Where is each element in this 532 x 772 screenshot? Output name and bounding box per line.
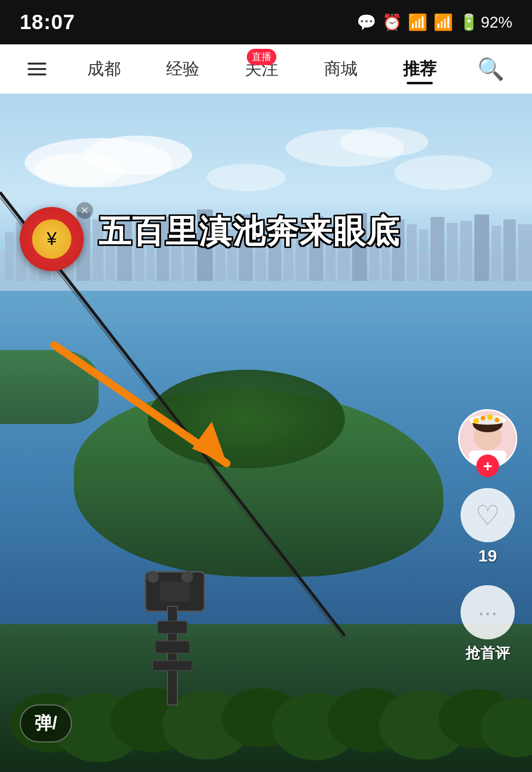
heart-icon: ♡ <box>461 488 515 542</box>
barrage-label: 弹/ <box>34 711 57 736</box>
like-count: 19 <box>478 546 497 565</box>
green-left <box>0 350 99 424</box>
comment-button[interactable]: ··· 抢首评 <box>461 585 515 664</box>
nav-item-recommend[interactable]: 推荐 <box>398 58 441 80</box>
red-packet[interactable]: ¥ <box>20 207 84 271</box>
alarm-icon: ⏰ <box>382 13 402 32</box>
green-trees <box>148 370 345 468</box>
svg-point-76 <box>495 418 499 422</box>
live-badge: 直播 <box>247 49 276 65</box>
signal-icon-2: 📶 <box>433 13 453 32</box>
author-avatar[interactable]: + <box>458 409 517 468</box>
red-packet-icon: ¥ <box>32 219 71 259</box>
signal-icon: 📶 <box>408 13 428 32</box>
search-icon[interactable]: 🔍 <box>477 56 504 82</box>
nav-bar: 成都 经验 直播 关注 商城 推荐 🔍 <box>0 44 532 94</box>
video-title: 五百里滇池奔来眼底 <box>99 212 502 251</box>
video-area: ¥ × 五百里滇池奔来眼底 <box>0 94 532 772</box>
status-bar: 18:07 💬 ⏰ 📶 📶 🔋 92% <box>0 0 532 44</box>
like-button[interactable]: ♡ 19 <box>461 488 515 565</box>
battery-icon: 🔋 92% <box>459 13 512 32</box>
nav-item-follow[interactable]: 直播 关注 <box>240 58 283 80</box>
barrage-button[interactable]: 弹/ <box>20 704 72 742</box>
comment-icon: ··· <box>461 585 515 639</box>
follow-button[interactable]: + <box>476 455 499 477</box>
svg-point-74 <box>481 416 486 421</box>
status-time: 18:07 <box>20 10 75 34</box>
wechat-icon: 💬 <box>357 13 376 32</box>
red-packet-close-btn[interactable]: × <box>76 202 93 219</box>
nav-item-experience[interactable]: 经验 <box>161 58 204 80</box>
comment-label: 抢首评 <box>466 643 510 664</box>
money-icon: ¥ <box>47 229 57 249</box>
nav-item-chengdu[interactable]: 成都 <box>82 58 126 80</box>
svg-point-75 <box>487 415 493 420</box>
ground-forest <box>0 624 532 772</box>
right-actions: + ♡ 19 ··· 抢首评 <box>458 409 517 664</box>
status-icons: 💬 ⏰ 📶 📶 🔋 92% <box>357 13 512 32</box>
nav-item-mall[interactable]: 商城 <box>319 58 363 80</box>
menu-icon[interactable] <box>28 63 46 75</box>
svg-point-73 <box>473 418 479 423</box>
